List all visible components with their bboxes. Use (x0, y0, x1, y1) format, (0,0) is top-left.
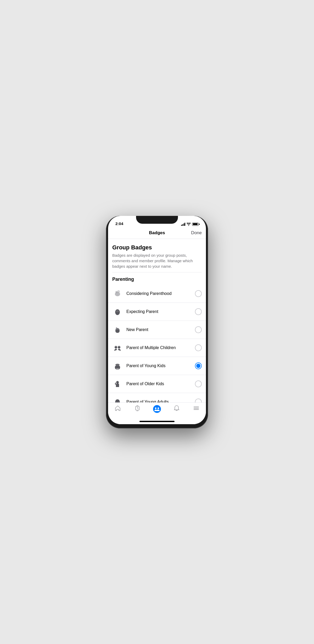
tab-home[interactable] (108, 405, 128, 412)
svg-point-9 (119, 346, 120, 347)
tab-watch[interactable] (128, 405, 147, 412)
young-adults-label: Parent of Young Adults (126, 400, 195, 402)
page-title: Badges (149, 230, 165, 236)
badge-item-considering[interactable]: Considering Parenthood (108, 285, 206, 303)
phone-device: 2:04 Badges Done (106, 216, 208, 428)
multiple-radio[interactable] (195, 344, 202, 351)
notch (136, 216, 178, 224)
badge-item-multiple[interactable]: Parent of Multiple Children (108, 339, 206, 357)
menu-icon (193, 405, 200, 412)
notifications-icon (173, 405, 180, 412)
tab-menu[interactable] (186, 405, 206, 412)
expecting-icon (112, 306, 123, 317)
young-kids-icon (112, 361, 123, 371)
badge-item-older-kids[interactable]: Parent of Older Kids (108, 375, 206, 393)
group-badges-header: Group Badges Badges are displayed on you… (108, 239, 206, 272)
phone-screen: 2:04 Badges Done (108, 216, 206, 424)
parenting-category-title: Parenting (108, 272, 206, 285)
home-bar (139, 421, 175, 422)
group-badges-description: Badges are displayed on your group posts… (112, 253, 202, 269)
watch-icon (134, 405, 141, 412)
signal-icon (181, 223, 186, 226)
older-kids-label: Parent of Older Kids (126, 382, 195, 386)
expecting-radio[interactable] (195, 308, 202, 315)
new-parent-icon (112, 324, 123, 335)
svg-point-10 (115, 364, 120, 366)
young-adults-icon (112, 397, 123, 402)
considering-label: Considering Parenthood (126, 291, 195, 296)
multiple-icon (112, 343, 123, 353)
home-icon (114, 405, 121, 412)
young-kids-radio[interactable] (195, 362, 202, 369)
wifi-icon (187, 223, 191, 226)
svg-point-1 (115, 291, 117, 293)
svg-point-4 (116, 310, 119, 312)
badge-item-expecting[interactable]: Expecting Parent (108, 303, 206, 321)
svg-point-8 (115, 346, 116, 347)
svg-point-18 (153, 405, 161, 413)
svg-point-2 (117, 290, 120, 293)
scroll-content[interactable]: Group Badges Badges are displayed on you… (108, 239, 206, 402)
nav-header: Badges Done (108, 227, 206, 239)
considering-icon (112, 288, 123, 299)
battery-icon (192, 223, 199, 226)
done-button[interactable]: Done (191, 230, 202, 236)
group-badges-title: Group Badges (112, 244, 202, 251)
badge-item-young-kids[interactable]: Parent of Young Kids (108, 357, 206, 375)
expecting-label: Expecting Parent (126, 309, 195, 314)
young-adults-radio[interactable] (195, 399, 202, 402)
older-kids-radio[interactable] (195, 380, 202, 387)
svg-point-20 (158, 407, 159, 409)
considering-radio[interactable] (195, 290, 202, 297)
badge-item-young-adults[interactable]: Parent of Young Adults (108, 393, 206, 402)
groups-icon (153, 405, 161, 413)
multiple-label: Parent of Multiple Children (126, 345, 195, 350)
svg-point-11 (116, 381, 119, 384)
older-kids-icon (112, 379, 123, 389)
tab-groups[interactable] (147, 405, 167, 413)
new-parent-radio[interactable] (195, 326, 202, 333)
badge-item-new-parent[interactable]: New Parent (108, 321, 206, 339)
status-time: 2:04 (115, 221, 123, 226)
status-icons (181, 223, 199, 226)
tab-notifications[interactable] (167, 405, 186, 412)
svg-point-19 (155, 407, 156, 409)
new-parent-label: New Parent (126, 327, 195, 332)
young-kids-label: Parent of Young Kids (126, 363, 195, 368)
